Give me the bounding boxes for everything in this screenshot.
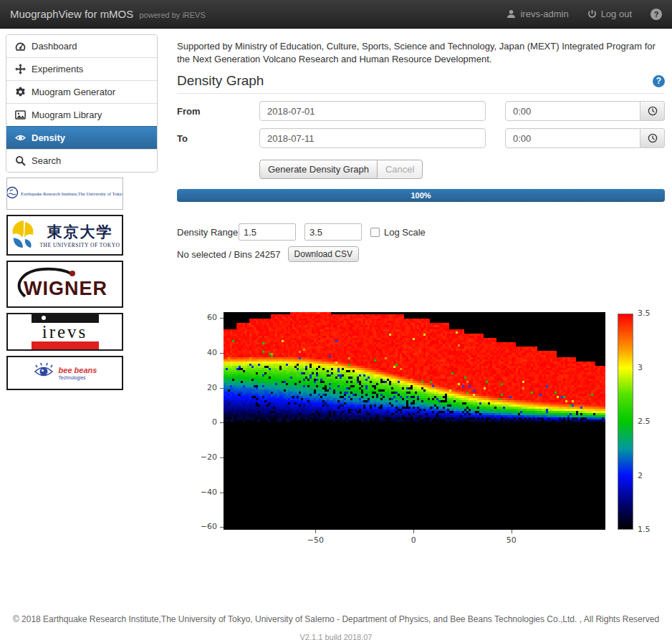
- sidebar-item-dashboard[interactable]: Dashboard: [6, 35, 157, 57]
- y-tick-label: −20: [191, 452, 217, 462]
- app-subtitle: powered by iREVS: [139, 11, 205, 19]
- supported-by-text: Supported by Ministry of Education, Cult…: [177, 40, 657, 66]
- irevs-label: irevs: [42, 323, 88, 341]
- user-name: irevs-admin: [520, 9, 568, 19]
- y-tick-label: 0: [191, 417, 217, 427]
- app-title: MuographView for mMOS powered by iREVS: [10, 8, 206, 20]
- sidebar-item-muogram-library[interactable]: Muogram Library: [6, 103, 157, 126]
- to-label: To: [177, 133, 259, 144]
- logo-eri: Earthquake Research Institute,The Univer…: [6, 178, 123, 210]
- y-tick-label: 20: [191, 383, 217, 392]
- y-tick-label: 60: [191, 313, 217, 322]
- to-time-picker-button[interactable]: [640, 128, 665, 148]
- progress-label: 100%: [411, 191, 431, 200]
- user-menu[interactable]: irevs-admin: [507, 9, 568, 19]
- logout-label: Log out: [601, 9, 632, 19]
- x-tickmark: [413, 530, 414, 533]
- logo-utokyo: 東京大学 THE UNIVERSITY OF TOKYO: [6, 215, 123, 256]
- y-tick-label: −40: [191, 488, 217, 497]
- logo-irevs: irevs: [6, 313, 123, 351]
- from-date-input[interactable]: [259, 101, 486, 121]
- y-tickmark: [220, 527, 224, 528]
- sidebar-item-label: Density: [32, 132, 65, 143]
- to-time-input[interactable]: [505, 128, 640, 148]
- sidebar-item-label: Experiments: [32, 64, 83, 74]
- x-tick-label: 50: [499, 535, 524, 545]
- colorbar-tick-label: 1.5: [638, 525, 651, 534]
- from-time-picker-button[interactable]: [640, 101, 665, 121]
- user-icon: [507, 9, 516, 19]
- density-range-min-input[interactable]: [239, 223, 296, 241]
- top-navbar: MuographView for mMOS powered by iREVS i…: [0, 0, 672, 29]
- y-tick-label: −60: [191, 522, 217, 531]
- colorbar-tick-label: 3: [638, 363, 643, 372]
- sidebar-item-label: Dashboard: [32, 41, 77, 52]
- page-title: Density Graph: [177, 73, 264, 89]
- beebeans-sublabel: Technologies: [59, 375, 97, 380]
- navbar-help-icon[interactable]: ?: [651, 9, 662, 20]
- beebeans-label: bee beans: [59, 366, 97, 374]
- picture-icon: [15, 110, 26, 120]
- y-tickmark: [220, 493, 224, 493]
- sidebar-item-search[interactable]: Search: [6, 149, 157, 172]
- sidebar-item-label: Muogram Library: [32, 110, 102, 120]
- search-icon: [15, 155, 26, 166]
- footer-copyright: © 2018 Earthquake Research Institute,The…: [0, 614, 672, 624]
- irevs-red-bar: [32, 341, 99, 350]
- title-divider: [177, 93, 665, 94]
- wigner-swoosh-icon: WIGNER: [15, 265, 115, 304]
- sidebar: DashboardExperimentsMuogram GeneratorMuo…: [6, 34, 158, 390]
- sidebar-menu: DashboardExperimentsMuogram GeneratorMuo…: [6, 34, 158, 173]
- cancel-button[interactable]: Cancel: [377, 160, 423, 179]
- y-tickmark: [220, 457, 224, 458]
- ginkgo-leaf-icon: [10, 219, 36, 252]
- log-scale-checkbox[interactable]: [370, 228, 380, 237]
- irevs-black-bar: [32, 314, 99, 323]
- utokyo-en-label: THE UNIVERSITY OF TOKYO: [40, 242, 120, 248]
- y-tickmark: [220, 422, 224, 423]
- density-heatmap-canvas[interactable]: [224, 312, 605, 530]
- logout-button[interactable]: Log out: [587, 9, 632, 19]
- x-tickmark: [315, 530, 316, 533]
- colorbar: [618, 314, 633, 530]
- sidebar-item-muogram-generator[interactable]: Muogram Generator: [6, 80, 157, 103]
- y-tickmark: [220, 353, 224, 354]
- logo-wigner: WIGNER: [6, 261, 123, 308]
- from-time-input[interactable]: [505, 101, 640, 121]
- dashboard-icon: [15, 41, 26, 52]
- log-scale-label: Log Scale: [384, 227, 426, 238]
- from-label: From: [177, 106, 259, 117]
- density-range-max-input[interactable]: [304, 223, 362, 241]
- eri-label: Earthquake Research Institute,The Univer…: [21, 191, 123, 196]
- footer-version: V2.1.1 build 2018.07: [0, 633, 672, 640]
- sidebar-item-density[interactable]: Density: [6, 126, 157, 149]
- sidebar-item-label: Search: [32, 155, 61, 166]
- colorbar-tick-label: 2: [638, 471, 643, 480]
- eri-emblem-icon: [6, 186, 19, 202]
- main-content: Supported by Ministry of Education, Cult…: [177, 29, 665, 553]
- colorbar-tick-label: 3.5: [638, 309, 651, 318]
- download-csv-button[interactable]: Download CSV: [288, 246, 359, 262]
- wigner-label: WIGNER: [24, 278, 107, 299]
- density-help-icon[interactable]: ?: [653, 75, 665, 87]
- clock-icon: [648, 106, 658, 116]
- generate-density-graph-button[interactable]: Generate Density Graph: [259, 160, 378, 179]
- to-date-input[interactable]: [259, 128, 486, 148]
- progress-bar: 100%: [177, 189, 665, 202]
- beebeans-eye-icon: [33, 362, 54, 384]
- logo-beebeans: bee beans Technologies: [6, 356, 123, 390]
- power-icon: [587, 9, 597, 19]
- colorbar-tick-label: 2.5: [638, 417, 651, 426]
- utokyo-jp-label: 東京大学: [47, 222, 113, 242]
- x-tick-label: −50: [302, 535, 328, 545]
- move-icon: [15, 64, 26, 74]
- y-tickmark: [220, 388, 224, 389]
- x-tickmark: [512, 530, 512, 533]
- y-tick-label: 40: [191, 348, 217, 357]
- sidebar-item-label: Muogram Generator: [32, 87, 115, 97]
- y-tickmark: [220, 318, 224, 319]
- sidebar-item-experiments[interactable]: Experiments: [6, 57, 157, 80]
- gear-icon: [15, 87, 26, 97]
- eye-icon: [15, 132, 26, 143]
- x-tick-label: 0: [400, 535, 426, 545]
